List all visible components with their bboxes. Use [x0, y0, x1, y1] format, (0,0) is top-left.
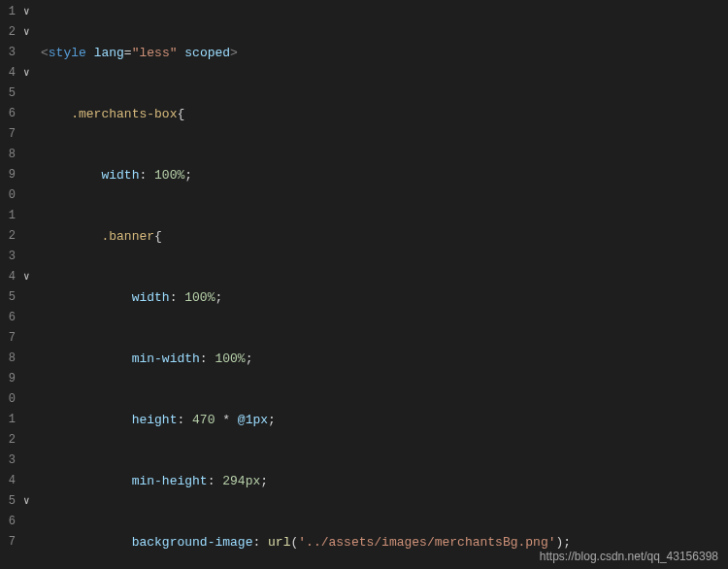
code-line[interactable]: width: 100%; — [41, 165, 728, 185]
fold-icon[interactable]: ∨ — [23, 491, 30, 512]
line-number: 2 — [0, 430, 16, 451]
line-number: 6 — [0, 104, 16, 124]
code-line[interactable]: min-width: 100%; — [41, 349, 728, 369]
code-line[interactable]: width: 100%; — [41, 287, 728, 308]
line-number: 4 — [0, 267, 16, 287]
code-line[interactable]: .merchants-box{ — [41, 104, 728, 124]
code-line[interactable]: min-height: 294px; — [41, 471, 728, 491]
code-area[interactable]: <style lang="less" scoped> .merchants-bo… — [41, 0, 728, 569]
code-editor[interactable]: 1 2 3 4 5 6 7 8 9 0 1 2 3 4 5 6 7 8 9 0 … — [0, 0, 728, 569]
line-number: 1 — [0, 206, 16, 226]
line-number-gutter: 1 2 3 4 5 6 7 8 9 0 1 2 3 4 5 6 7 8 9 0 … — [0, 0, 23, 569]
line-number: 9 — [0, 165, 16, 185]
line-number: 4 — [0, 471, 16, 491]
line-number: 6 — [0, 512, 16, 532]
line-number: 2 — [0, 226, 16, 247]
line-number: 3 — [0, 247, 16, 267]
code-line[interactable]: height: 470 * @1px; — [41, 410, 728, 430]
line-number: 5 — [0, 491, 16, 512]
fold-icon[interactable]: ∨ — [23, 2, 30, 22]
fold-icon[interactable]: ∨ — [23, 22, 30, 43]
fold-icon[interactable]: ∨ — [23, 267, 30, 287]
line-number: 8 — [0, 349, 16, 369]
line-number: 3 — [0, 43, 16, 63]
code-line[interactable]: <style lang="less" scoped> — [41, 43, 728, 63]
line-number: 0 — [0, 389, 16, 410]
fold-gutter: ∨ ∨ ∨ ∨ ∨ — [23, 0, 41, 569]
fold-icon[interactable]: ∨ — [23, 63, 30, 84]
line-number: 6 — [0, 308, 16, 328]
line-number: 7 — [0, 124, 16, 145]
line-number: 5 — [0, 287, 16, 308]
watermark-text: https://blog.csdn.net/qq_43156398 — [540, 550, 718, 563]
line-number: 9 — [0, 369, 16, 389]
line-number: 7 — [0, 532, 16, 552]
line-number: 3 — [0, 451, 16, 471]
line-number: 2 — [0, 22, 16, 43]
line-number: 1 — [0, 410, 16, 430]
line-number: 8 — [0, 145, 16, 165]
code-line[interactable]: .banner{ — [41, 226, 728, 247]
line-number: 5 — [0, 84, 16, 104]
line-number: 0 — [0, 185, 16, 206]
line-number: 4 — [0, 63, 16, 84]
line-number: 1 — [0, 2, 16, 22]
line-number: 7 — [0, 328, 16, 349]
